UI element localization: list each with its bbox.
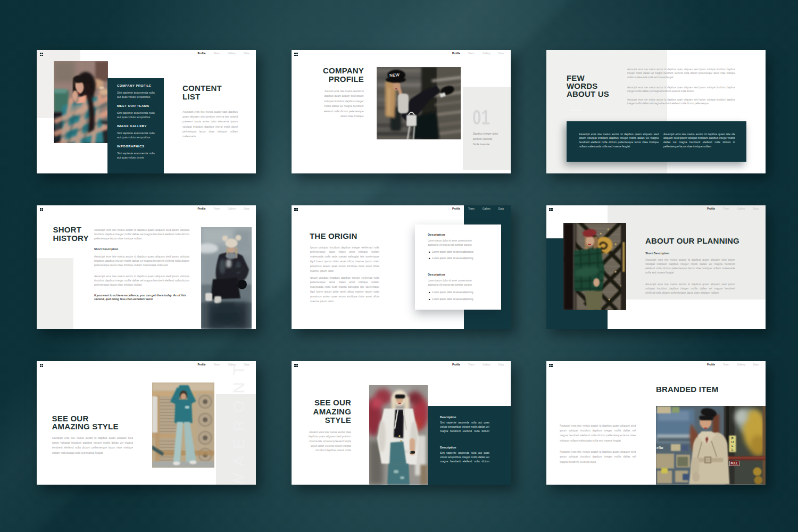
svg-text:PULL: PULL <box>730 462 738 465</box>
svg-text:elta: elta <box>656 445 664 450</box>
svg-text:NEW: NEW <box>389 72 400 78</box>
svg-text:PULL: PULL <box>731 437 733 451</box>
